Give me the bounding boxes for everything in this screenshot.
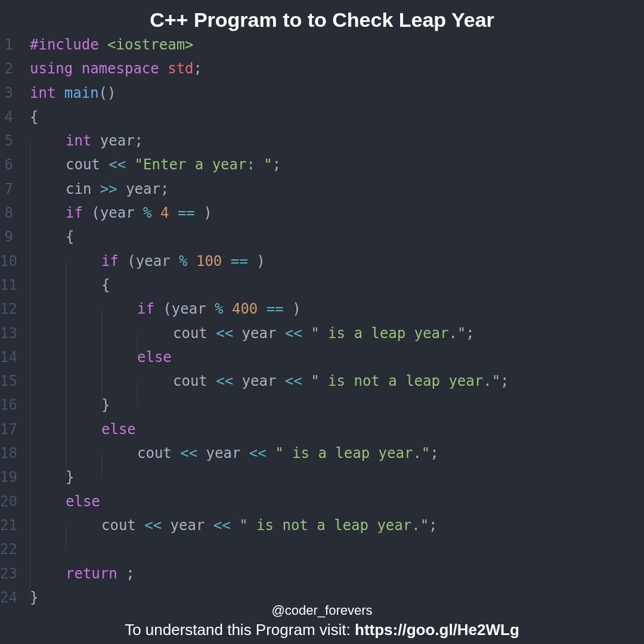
token-punctuation: ) [256,253,265,270]
code-line: 7cin >> year; [0,181,638,205]
line-number: 9 [0,228,30,245]
footer-text: To understand this Program visit: https:… [0,621,644,639]
token-string: " is a leap year." [311,325,466,342]
token-operator: << [216,325,233,342]
token-brace: { [66,228,74,245]
token-operator: << [180,445,197,462]
token-identifier: std [168,60,193,77]
line-number: 4 [0,109,30,125]
token-identifier: cout [137,445,172,462]
token-keyword: else [137,349,172,366]
code-line: 17else [0,421,638,445]
token-punctuation: ; [126,565,134,582]
code-line: 21cout << year << " is not a leap year."… [0,517,638,541]
token-string: " is not a leap year." [239,517,429,534]
line-number: 14 [0,349,30,366]
line-number: 2 [0,60,30,77]
line-number: 8 [0,205,30,221]
token-brace: } [66,469,74,485]
token-identifier: year [242,325,277,342]
code-line: 2using namespace std; [0,60,638,84]
token-identifier: cout [101,517,136,534]
code-line: 11{ [0,277,638,301]
token-punctuation: ; [500,373,509,389]
token-punctuation: ( [163,301,171,317]
social-handle: @coder_forevers [0,603,644,618]
code-line: 20else [0,493,638,517]
token-keyword: namespace [82,60,159,77]
line-number: 3 [0,85,30,101]
token-punctuation: () [99,85,116,101]
token-operator: >> [100,181,117,197]
token-preprocessor: #include [30,36,99,53]
code-line: 19} [0,469,638,493]
token-punctuation: ; [466,325,474,342]
token-operator: << [285,325,302,342]
line-number: 10 [0,253,30,270]
line-number: 15 [0,373,30,389]
token-punctuation: ; [429,517,437,534]
token-keyword: if [66,205,83,221]
token-punctuation: ; [135,132,143,149]
line-number: 5 [0,132,30,149]
code-line: 6cout << "Enter a year: "; [0,156,638,180]
token-include: <iostream> [107,36,194,53]
footer-prefix: To understand this Program visit: [125,621,355,639]
token-operator: % [215,301,223,317]
token-function: main [64,85,99,101]
line-number: 22 [0,541,30,558]
token-identifier: cout [66,156,100,173]
line-number: 16 [0,397,30,413]
token-identifier: cout [173,325,208,342]
token-string: " is not a leap year." [311,373,500,389]
token-punctuation: ) [203,205,212,221]
token-identifier: year [171,517,205,534]
token-operator: << [249,445,267,462]
token-operator: << [213,517,231,534]
line-number: 6 [0,156,30,173]
token-number: 4 [160,205,169,221]
line-number: 1 [0,36,30,53]
token-brace: } [101,397,110,413]
token-brace: { [30,109,38,125]
token-identifier: year [172,301,206,317]
token-operator: % [179,253,187,270]
line-number: 20 [0,493,30,510]
code-line: 1#include <iostream> [0,36,638,60]
token-identifier: year [100,205,135,221]
token-keyword: if [101,253,119,270]
code-line: 22 [0,541,638,565]
token-keyword: using [30,60,73,77]
footer: @coder_forevers To understand this Progr… [0,603,644,644]
token-string: "Enter a year: " [135,156,273,173]
token-operator: << [109,156,126,173]
token-operator: % [143,205,151,221]
token-punctuation: ; [273,156,281,173]
token-operator: << [285,373,302,389]
code-line: 8if (year % 4 == ) [0,205,638,228]
token-punctuation: ; [430,445,438,462]
token-punctuation: ; [194,60,202,77]
token-punctuation: ) [292,301,301,317]
page-title: C++ Program to to Check Leap Year [0,0,644,36]
token-operator: == [231,253,248,270]
code-line: 12if (year % 400 == ) [0,301,638,324]
code-line: 4{ [0,109,638,132]
token-keyword: if [137,301,154,317]
code-editor: 1#include <iostream> 2using namespace st… [0,36,644,613]
token-number: 400 [232,301,258,317]
line-number: 11 [0,277,30,293]
line-number: 23 [0,565,30,582]
footer-link: https://goo.gl/He2WLg [355,621,519,639]
token-operator: << [216,373,233,389]
code-line: 14else [0,349,638,373]
token-operator: << [144,517,162,534]
token-number: 100 [196,253,222,270]
token-type: int [66,132,91,149]
token-identifier: year [126,181,160,197]
line-number: 19 [0,469,30,485]
token-keyword: return [66,565,117,582]
token-operator: == [267,301,284,317]
code-line: 18cout << year << " is a leap year."; [0,445,638,469]
code-line: 3int main() [0,85,638,109]
